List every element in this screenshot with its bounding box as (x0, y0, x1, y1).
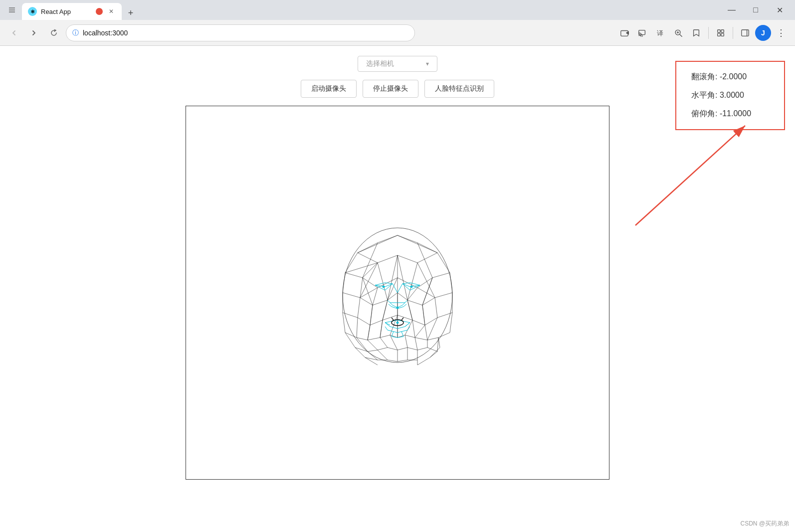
svg-line-53 (343, 313, 358, 318)
svg-line-19 (398, 235, 417, 243)
button-row: 启动摄像头 停止摄像头 人脸特征点识别 (301, 80, 494, 98)
svg-line-36 (450, 273, 452, 293)
translate-icon[interactable]: 译 (652, 25, 668, 41)
svg-line-132 (407, 300, 412, 320)
svg-line-175 (398, 327, 405, 329)
svg-line-115 (398, 360, 407, 361)
close-button[interactable]: ✕ (768, 2, 791, 18)
svg-line-168 (389, 304, 392, 307)
svg-line-104 (427, 348, 437, 352)
svg-line-16 (398, 235, 437, 253)
svg-line-21 (345, 253, 358, 273)
svg-line-165 (405, 300, 407, 303)
sidebar-toggle[interactable] (737, 25, 753, 41)
svg-point-192 (397, 307, 398, 309)
svg-line-110 (368, 352, 378, 360)
browser-toolbar: ⓘ localhost:3000 译 (0, 20, 795, 46)
browser-menu-button[interactable]: ⋮ (773, 25, 789, 41)
camera-selector[interactable]: 选择相机 ▾ (358, 56, 437, 72)
svg-line-121 (363, 243, 378, 278)
address-bar[interactable]: ⓘ localhost:3000 (66, 24, 415, 41)
profile-button[interactable]: J (755, 25, 771, 41)
detect-face-button[interactable]: 人脸特征点识别 (424, 80, 494, 98)
svg-line-135 (380, 320, 383, 338)
svg-line-182 (398, 332, 401, 333)
svg-line-93 (368, 340, 378, 350)
svg-point-191 (410, 286, 412, 288)
svg-line-61 (398, 315, 412, 320)
svg-marker-1 (626, 31, 629, 34)
camera-selector-label: 选择相机 (366, 59, 394, 68)
svg-line-43 (388, 278, 398, 300)
svg-line-42 (373, 300, 388, 305)
svg-rect-8 (718, 29, 720, 32)
tab-favicon: ⚛ (28, 7, 37, 16)
maximize-button[interactable]: □ (744, 2, 767, 18)
svg-line-106 (430, 352, 437, 357)
svg-line-185 (407, 327, 410, 330)
svg-line-20 (417, 243, 437, 253)
tab-title: React App (41, 8, 92, 15)
tab-bar: ⚛ React App ✕ + (22, 0, 718, 20)
browser-window: ⚛ React App ✕ + — □ ✕ ⓘ localhost:3000 (0, 0, 795, 532)
svg-line-26 (417, 253, 437, 263)
page-content: 选择相机 ▾ 启动摄像头 停止摄像头 人脸特征点识别 (0, 46, 795, 532)
svg-line-147 (385, 284, 393, 290)
svg-line-95 (380, 338, 388, 348)
svg-line-57 (370, 320, 383, 325)
svg-rect-10 (721, 29, 724, 32)
svg-line-76 (380, 335, 390, 338)
svg-line-28 (343, 273, 345, 293)
forward-button[interactable] (26, 25, 42, 41)
video-area (186, 106, 609, 480)
minimize-button[interactable]: — (720, 2, 743, 18)
svg-line-100 (407, 348, 417, 350)
window-controls: — □ ✕ (720, 2, 791, 18)
window-menu-button[interactable] (4, 2, 20, 18)
svg-line-184 (385, 327, 388, 330)
svg-line-122 (417, 243, 432, 278)
svg-line-29 (345, 273, 363, 278)
svg-line-39 (360, 278, 363, 298)
tab-close-button[interactable]: ✕ (107, 7, 116, 16)
start-camera-button[interactable]: 启动摄像头 (301, 80, 357, 98)
svg-line-180 (388, 330, 394, 332)
svg-rect-2 (639, 30, 645, 34)
svg-line-133 (370, 305, 373, 325)
back-button[interactable] (6, 25, 22, 41)
extensions-icon[interactable] (713, 25, 729, 41)
svg-line-140 (398, 255, 407, 300)
svg-line-55 (358, 318, 370, 325)
refresh-button[interactable] (46, 25, 62, 41)
svg-line-40 (360, 298, 373, 305)
svg-line-47 (407, 300, 422, 305)
svg-line-34 (417, 278, 432, 288)
svg-line-24 (378, 255, 398, 263)
bookmark-icon[interactable] (688, 25, 704, 41)
svg-point-193 (397, 322, 398, 324)
title-bar: ⚛ React App ✕ + — □ ✕ (0, 0, 795, 20)
svg-line-86 (427, 338, 438, 340)
svg-line-5 (680, 34, 682, 36)
zoom-icon[interactable] (670, 25, 686, 41)
svg-line-138 (425, 325, 427, 340)
toolbar-divider (708, 27, 709, 39)
stop-camera-button[interactable]: 停止摄像头 (363, 80, 418, 98)
browser-tab[interactable]: ⚛ React App ✕ (22, 3, 122, 20)
svg-line-15 (358, 235, 398, 253)
svg-line-195 (392, 318, 394, 320)
camera-toolbar-icon[interactable] (616, 25, 632, 41)
svg-line-31 (363, 278, 378, 288)
new-tab-button[interactable]: + (124, 6, 138, 20)
chevron-down-icon: ▾ (426, 60, 429, 67)
cast-icon[interactable] (634, 25, 650, 41)
svg-line-52 (343, 313, 345, 333)
title-bar-left (4, 2, 20, 18)
svg-line-123 (360, 263, 378, 298)
lock-icon: ⓘ (72, 28, 79, 37)
svg-rect-9 (718, 33, 720, 35)
svg-line-170 (385, 322, 390, 323)
yaw-angle-row: 水平角: 3.0000 (691, 90, 769, 101)
svg-line-128 (407, 263, 417, 300)
svg-line-158 (398, 284, 402, 293)
